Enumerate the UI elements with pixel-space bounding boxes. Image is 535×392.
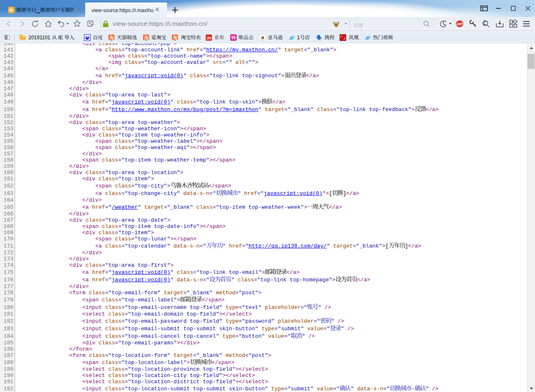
svg-text:JD: JD (206, 36, 211, 40)
svg-text:a: a (261, 35, 264, 40)
svg-text:e: e (366, 34, 369, 41)
svg-text:e: e (290, 34, 293, 41)
svg-text:ABP: ABP (456, 23, 463, 25)
